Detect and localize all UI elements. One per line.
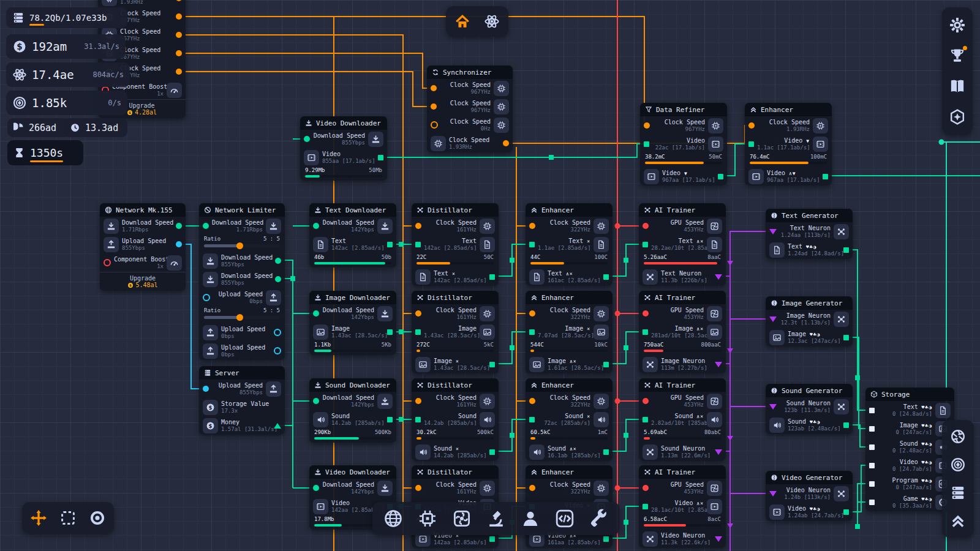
select-tool-button[interactable] — [58, 508, 78, 528]
focus-tool-button[interactable] — [87, 508, 108, 528]
timer-pill[interactable]: 1350s — [7, 140, 83, 165]
port-input-green[interactable] — [643, 417, 648, 422]
port-input-orange[interactable] — [431, 103, 437, 110]
gpu-tab-button[interactable] — [448, 505, 475, 532]
port-input-orange[interactable] — [415, 223, 421, 229]
storage-panel-button[interactable] — [948, 482, 968, 503]
research-tab-button[interactable] — [483, 505, 510, 532]
port-input-white[interactable] — [869, 444, 875, 450]
port-output-orange[interactable] — [176, 69, 182, 75]
node-enhancer-sound[interactable]: EnhancerClock Speed322YHzSound ×72ac [28… — [526, 378, 612, 461]
home-button[interactable] — [450, 9, 475, 34]
node-data-refiner[interactable]: Data RefinerClock Speed967YHzVideo22ac [… — [640, 103, 727, 186]
port-input-green[interactable] — [415, 417, 421, 422]
node-distillator-text[interactable]: DistillatorClock Speed161YHzText142ac [2… — [412, 203, 499, 286]
port-output-purple[interactable] — [715, 536, 722, 542]
port-output-green[interactable] — [489, 449, 495, 455]
port-input-purple[interactable] — [769, 404, 777, 410]
port-input-green[interactable] — [643, 504, 648, 509]
node-enhancer-image[interactable]: EnhancerClock Speed322YHzImage ×7.07ad [… — [526, 291, 612, 373]
node-text-downloader[interactable]: Text DownloaderDownload Speed142YbpsText… — [309, 203, 396, 268]
port-output-green[interactable] — [176, 223, 182, 229]
port-input-purple[interactable] — [769, 491, 777, 497]
code-tab-button[interactable] — [551, 505, 578, 532]
port-output-green[interactable] — [603, 536, 609, 542]
port-output-orange[interactable] — [176, 32, 182, 38]
node-network-limiter[interactable]: Network LimiterDownload Speed1.71RbpsRat… — [199, 203, 285, 360]
port-input-green[interactable] — [529, 417, 535, 422]
port-output-green[interactable] — [843, 509, 849, 515]
port-input-green[interactable] — [313, 485, 319, 491]
port-input-green[interactable] — [415, 329, 421, 335]
port-input-green[interactable] — [203, 223, 209, 229]
prestige-button[interactable] — [947, 107, 968, 127]
port-output-green[interactable] — [843, 335, 849, 340]
port-output-green[interactable] — [843, 422, 849, 428]
node-ai-trainer-video[interactable]: AI TrainerGPU Speed453YHzVideo ∧×28.1ac/… — [639, 465, 726, 548]
port-input-orange[interactable] — [529, 485, 535, 491]
node-sound-generator[interactable]: Sound GeneratorSound Neuron123b [11.3m/s… — [766, 384, 853, 434]
slider-track[interactable] — [204, 244, 280, 247]
port-input-white[interactable] — [869, 463, 875, 468]
node-video-downloader-top[interactable]: Video DownloaderDownload Speed855YbpsVid… — [300, 116, 387, 181]
port-input-green[interactable] — [313, 310, 319, 317]
port-input-green[interactable] — [748, 141, 754, 147]
port-input-white[interactable] — [869, 500, 875, 505]
disc-button[interactable] — [948, 454, 968, 475]
port-output-green[interactable] — [823, 174, 828, 179]
port-input-purple[interactable] — [769, 229, 777, 234]
port-output-green[interactable] — [274, 423, 281, 429]
port-input-green[interactable] — [313, 398, 319, 404]
slider-knob[interactable] — [236, 314, 243, 321]
node-enhancer-text[interactable]: EnhancerClock Speed322YHzText ×1.1ae [2.… — [526, 203, 612, 286]
node-image-generator[interactable]: Image GeneratorImage Neuron12.3t [1.13b/… — [766, 296, 853, 347]
port-output-green[interactable] — [489, 274, 495, 280]
port-output-green[interactable] — [378, 155, 383, 160]
network-tab-button[interactable] — [380, 505, 407, 532]
node-synchronizer[interactable]: SynchronizerClock Speed967YHzClock Speed… — [427, 66, 513, 152]
prestige-resource-pill[interactable]: 1.85k 0/s — [6, 91, 127, 115]
upgrade-button[interactable]: Upgrade5.48al — [100, 272, 186, 291]
node-text-generator[interactable]: Text GeneratorText Neuron1.24aa [113b/s]… — [766, 209, 853, 259]
lab-button[interactable] — [479, 9, 505, 34]
node-enhancer-video-top[interactable]: EnhancerClock Speed1.93RHzVideo ▼1.1ac [… — [745, 103, 832, 186]
port-input-red[interactable] — [643, 485, 649, 491]
node-image-downloader[interactable]: Image DownloaderDownload Speed142YbpsIma… — [309, 291, 396, 355]
port-input-white[interactable] — [869, 481, 875, 487]
node-network-mk155[interactable]: Network Mk.155Download Speed1.71RbpsUplo… — [100, 203, 186, 291]
port-output-green[interactable] — [718, 174, 723, 179]
port-output-orange[interactable] — [176, 13, 182, 20]
settings-button[interactable] — [947, 15, 968, 36]
slider-knob[interactable] — [236, 242, 243, 249]
tools-tab-button[interactable] — [586, 505, 612, 532]
node-server[interactable]: ServerUpload Speed855YbpsStorage Value17… — [199, 366, 285, 435]
port-output-green[interactable] — [603, 274, 609, 280]
port-input-red[interactable] — [104, 259, 111, 266]
money-resource-pill[interactable]: 192am 31.3al/s — [6, 34, 126, 59]
port-input-purple[interactable] — [769, 317, 777, 322]
port-input-red[interactable] — [643, 310, 649, 317]
port-input-orange[interactable] — [644, 122, 650, 129]
achievements-button[interactable] — [947, 45, 968, 66]
node-sound-downloader[interactable]: Sound DownloaderDownload Speed142YbpsSou… — [309, 378, 396, 443]
port-input-white[interactable] — [869, 426, 875, 432]
port-output-purple[interactable] — [715, 362, 722, 367]
port-input-green[interactable] — [415, 242, 421, 247]
port-output-orange[interactable] — [176, 0, 182, 1]
port-input-orange[interactable] — [529, 398, 535, 404]
port-input-green[interactable] — [643, 242, 648, 247]
node-distillator-image[interactable]: DistillatorClock Speed161YHzImage1.43ac … — [412, 291, 499, 373]
port-input-green[interactable] — [529, 242, 535, 247]
port-output-green[interactable] — [489, 536, 495, 542]
port-output-cyan[interactable] — [176, 241, 182, 247]
shutter-button[interactable] — [948, 426, 968, 447]
port-input-green[interactable] — [644, 141, 649, 147]
port-input-cyan[interactable] — [203, 294, 210, 301]
storage-resource-pill[interactable]: 78.2Qb/1.07e33b — [6, 7, 127, 28]
port-input-orange[interactable] — [748, 122, 755, 129]
port-output-green[interactable] — [489, 362, 495, 367]
port-input-green[interactable] — [643, 329, 648, 335]
move-tool-button[interactable] — [28, 508, 49, 528]
port-input-orange[interactable] — [415, 485, 421, 491]
time-resource-pill[interactable]: 13.3ad — [64, 118, 127, 137]
